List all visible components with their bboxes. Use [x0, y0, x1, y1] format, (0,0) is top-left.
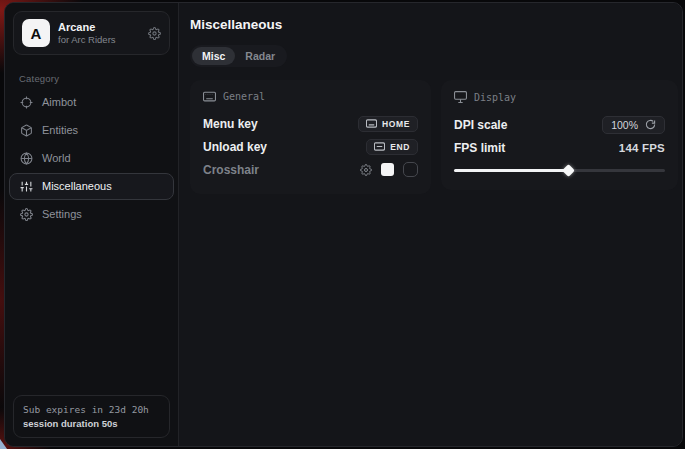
session-duration-text: session duration 50s: [23, 417, 160, 430]
gear-icon[interactable]: [148, 27, 161, 40]
general-panel-title: General: [223, 91, 265, 102]
general-panel: General Menu key HOME Unload key: [190, 80, 431, 194]
refresh-icon[interactable]: [645, 119, 656, 130]
tab-radar[interactable]: Radar: [235, 47, 285, 65]
crosshair-row: Crosshair: [203, 158, 418, 181]
crosshair-controls: [360, 162, 418, 177]
sliders-icon: [20, 180, 33, 193]
panels-row: General Menu key HOME Unload key: [190, 80, 678, 194]
gear-icon[interactable]: [360, 164, 372, 176]
slider-thumb[interactable]: [562, 164, 575, 177]
sidebar-item-label: Aimbot: [42, 96, 76, 108]
app-window: A Arcane for Arc Riders Category Aimbot: [4, 2, 683, 447]
app-header-card: A Arcane for Arc Riders: [13, 11, 170, 55]
sidebar-item-label: World: [42, 152, 71, 164]
app-title: Arcane: [58, 21, 140, 34]
sub-expires-text: Sub expires in 23d 20h: [23, 403, 160, 417]
tab-misc[interactable]: Misc: [192, 47, 235, 65]
category-label: Category: [19, 73, 178, 84]
subscription-card: Sub expires in 23d 20h session duration …: [13, 395, 170, 438]
crosshair-icon: [20, 96, 33, 109]
menu-key-value: HOME: [382, 119, 410, 129]
tab-bar: Misc Radar: [190, 45, 287, 67]
dpi-scale-stepper[interactable]: 100%: [602, 116, 665, 134]
display-panel-title: Display: [474, 92, 516, 103]
crosshair-checkbox[interactable]: [403, 162, 418, 177]
menu-key-bind-button[interactable]: HOME: [358, 116, 418, 132]
fps-limit-value: 144 FPS: [619, 142, 665, 154]
unload-key-row: Unload key END: [203, 135, 418, 158]
keyboard-icon: [366, 119, 377, 128]
sidebar-item-aimbot[interactable]: Aimbot: [9, 89, 174, 116]
sidebar-item-label: Miscellaneous: [42, 180, 112, 192]
main-content: Miscellaneous Misc Radar General Menu ke…: [179, 3, 683, 446]
menu-key-label: Menu key: [203, 117, 258, 131]
menu-key-row: Menu key HOME: [203, 112, 418, 135]
dpi-scale-label: DPI scale: [454, 118, 507, 132]
sidebar-nav: Aimbot Entities World Miscellaneous: [5, 88, 178, 228]
display-panel-header: Display: [454, 91, 665, 103]
unload-key-label: Unload key: [203, 140, 267, 154]
keyboard-icon: [203, 91, 216, 102]
sidebar: A Arcane for Arc Riders Category Aimbot: [5, 3, 179, 446]
app-subtitle: for Arc Riders: [58, 34, 140, 46]
app-logo: A: [22, 19, 50, 47]
key-icon: [374, 142, 385, 151]
general-panel-header: General: [203, 91, 418, 102]
monitor-icon: [454, 91, 467, 103]
sidebar-item-entities[interactable]: Entities: [9, 117, 174, 144]
sidebar-item-miscellaneous[interactable]: Miscellaneous: [9, 173, 174, 200]
slider-fill: [454, 169, 568, 172]
globe-icon: [20, 152, 33, 165]
dpi-scale-value: 100%: [611, 119, 638, 131]
sidebar-item-settings[interactable]: Settings: [9, 201, 174, 228]
gear-icon: [20, 208, 33, 221]
crosshair-color-swatch[interactable]: [381, 163, 394, 176]
display-panel: Display DPI scale 100% FPS limit 144 FPS: [441, 80, 678, 190]
fps-limit-row: FPS limit 144 FPS: [454, 136, 665, 159]
unload-key-bind-button[interactable]: END: [366, 139, 418, 155]
fps-limit-slider[interactable]: [454, 163, 665, 177]
sidebar-item-world[interactable]: World: [9, 145, 174, 172]
page-title: Miscellaneous: [190, 17, 678, 32]
unload-key-value: END: [390, 142, 410, 152]
sidebar-item-label: Entities: [42, 124, 78, 136]
entities-icon: [20, 124, 33, 137]
dpi-scale-row: DPI scale 100%: [454, 113, 665, 136]
sidebar-item-label: Settings: [42, 208, 82, 220]
crosshair-label: Crosshair: [203, 163, 259, 177]
fps-limit-label: FPS limit: [454, 141, 505, 155]
app-header-text: Arcane for Arc Riders: [58, 21, 140, 46]
